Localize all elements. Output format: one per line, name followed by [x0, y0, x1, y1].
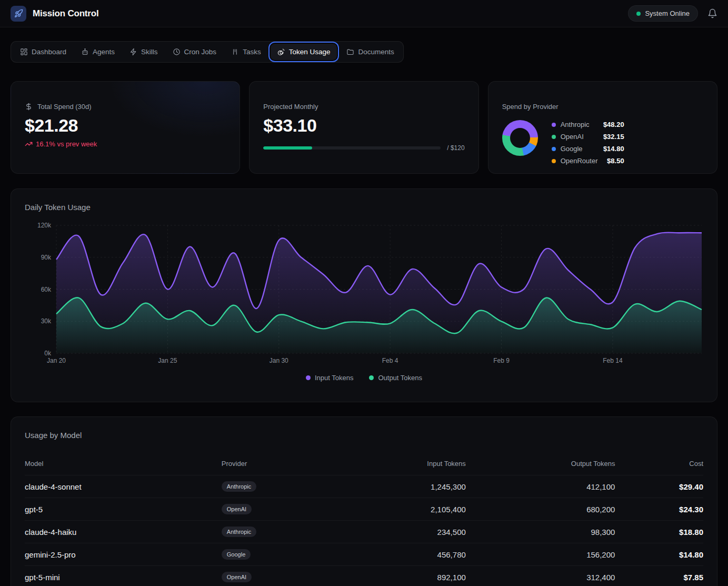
total-spend-value: $21.28: [25, 115, 226, 136]
tab-tasks[interactable]: Tasks: [224, 44, 268, 60]
provider-donut-chart: [502, 120, 538, 156]
svg-text:Feb 14: Feb 14: [603, 357, 623, 363]
model-cell: gpt-5-mini: [25, 566, 222, 586]
bars-icon: [231, 48, 239, 56]
page-title: Mission Control: [33, 8, 98, 19]
legend-label: Output Tokens: [378, 374, 422, 382]
svg-text:30k: 30k: [41, 317, 52, 325]
legend-item-output-tokens: Output Tokens: [369, 374, 422, 382]
bot-icon: [81, 48, 89, 56]
provider-cell: Google: [222, 543, 364, 566]
chart-title: Daily Token Usage: [25, 203, 703, 212]
provider-legend-item-openai: OpenAI$32.15: [552, 133, 624, 141]
status-label: System Online: [645, 9, 690, 17]
provider-legend-item-openrouter: OpenRouter$8.50: [552, 157, 624, 165]
svg-text:Jan 25: Jan 25: [158, 357, 177, 363]
model-cell: gemini-2.5-pro: [25, 543, 222, 566]
trending-up-icon: [25, 140, 33, 148]
input-tokens-cell: 234,500: [364, 521, 465, 543]
provider-legend: Anthropic$48.20OpenAI$32.15Google$14.80O…: [552, 120, 624, 165]
usage-by-model-card: Usage by Model ModelProviderInput Tokens…: [11, 416, 717, 586]
tab-label: Agents: [93, 48, 115, 56]
input-tokens-cell: 456,780: [364, 543, 465, 566]
output-tokens-cell: 680,200: [466, 498, 615, 521]
budget-progress-bar: [263, 146, 441, 150]
output-tokens-cell: 98,300: [466, 521, 615, 543]
tab-label: Documents: [358, 48, 394, 56]
column-header-cost: Cost: [615, 454, 703, 475]
legend-dot: [552, 147, 556, 151]
provider-name: OpenRouter: [561, 157, 607, 165]
provider-name: OpenAI: [561, 133, 603, 141]
projected-label: Projected Monthly: [263, 103, 318, 111]
tab-cron-jobs[interactable]: Cron Jobs: [166, 44, 224, 60]
provider-cell: OpenAI: [222, 498, 364, 521]
tab-agents[interactable]: Agents: [74, 44, 122, 60]
spend-by-provider-card: Spend by Provider Anthropic$48.20OpenAI$…: [488, 81, 717, 174]
tab-label: Cron Jobs: [184, 48, 217, 56]
usage-table: ModelProviderInput TokensOutput TokensCo…: [25, 454, 703, 586]
token-usage-chart: 0k30k60k90k120kJan 20Jan 25Jan 30Feb 4Fe…: [25, 220, 703, 365]
provider-name: Anthropic: [561, 121, 603, 128]
notifications-button[interactable]: [707, 8, 717, 18]
provider-badge: Google: [222, 549, 251, 560]
status-dot: [636, 12, 641, 16]
tab-documents[interactable]: Documents: [340, 44, 401, 60]
svg-text:Feb 9: Feb 9: [493, 357, 510, 363]
table-row-claude-4-haiku: claude-4-haikuAnthropic234,50098,300$18.…: [25, 521, 703, 543]
provider-badge: OpenAI: [222, 504, 252, 514]
coins-icon: [277, 48, 285, 56]
svg-text:Jan 20: Jan 20: [47, 357, 66, 363]
tab-skills[interactable]: Skills: [123, 44, 165, 60]
total-spend-card: Total Spend (30d) $21.28 16.1% vs prev w…: [11, 81, 240, 174]
svg-text:0k: 0k: [44, 350, 52, 357]
provider-value: $32.15: [603, 133, 624, 141]
column-header-input-tokens: Input Tokens: [364, 454, 465, 475]
input-tokens-cell: 892,100: [364, 566, 465, 586]
provider-value: $14.80: [603, 145, 624, 153]
input-tokens-cell: 2,105,400: [364, 498, 465, 521]
provider-value: $48.20: [603, 121, 624, 128]
output-tokens-cell: 312,400: [466, 566, 615, 586]
table-row-gpt-5: gpt-5OpenAI2,105,400680,200$24.30: [25, 498, 703, 521]
model-cell: claude-4-sonnet: [25, 475, 222, 498]
budget-progress-fill: [263, 146, 312, 150]
svg-text:60k: 60k: [41, 286, 52, 293]
column-header-provider: Provider: [222, 454, 364, 475]
cost-cell: $24.30: [615, 498, 703, 521]
tab-dashboard[interactable]: Dashboard: [13, 44, 73, 60]
model-cell: gpt-5: [25, 498, 222, 521]
provider-legend-item-google: Google$14.80: [552, 145, 624, 153]
cost-cell: $14.80: [615, 543, 703, 566]
svg-text:Jan 30: Jan 30: [270, 357, 288, 363]
table-row-gemini-2-5-pro: gemini-2.5-proGoogle456,780156,200$14.80: [25, 543, 703, 566]
grid-icon: [20, 48, 28, 56]
daily-token-usage-card: Daily Token Usage 0k30k60k90k120kJan 20J…: [11, 188, 717, 402]
output-tokens-cell: 412,100: [466, 475, 615, 498]
legend-dot: [552, 135, 556, 139]
rocket-icon: [14, 9, 23, 18]
tab-label: Token Usage: [289, 48, 331, 56]
input-tokens-cell: 1,245,300: [364, 475, 465, 498]
legend-dot: [552, 159, 556, 163]
tab-label: Tasks: [243, 48, 261, 56]
legend-item-input-tokens: Input Tokens: [306, 374, 353, 382]
column-header-output-tokens: Output Tokens: [466, 454, 615, 475]
projected-monthly-card: Projected Monthly $33.10 / $120: [249, 81, 478, 174]
main-nav: DashboardAgentsSkillsCron JobsTasksToken…: [11, 41, 404, 63]
provider-badge: Anthropic: [222, 527, 256, 537]
providers-label: Spend by Provider: [502, 103, 559, 111]
tab-label: Skills: [141, 48, 158, 56]
legend-label: Input Tokens: [315, 374, 353, 382]
provider-badge: Anthropic: [222, 481, 256, 492]
tab-token-usage[interactable]: Token Usage: [271, 44, 337, 60]
table-header-row: ModelProviderInput TokensOutput TokensCo…: [25, 454, 703, 475]
provider-cell: Anthropic: [222, 475, 364, 498]
cost-cell: $29.40: [615, 475, 703, 498]
budget-cap-label: / $120: [447, 144, 464, 152]
provider-legend-item-anthropic: Anthropic$48.20: [552, 121, 624, 128]
tab-label: Dashboard: [32, 48, 66, 56]
provider-value: $8.50: [607, 157, 624, 165]
chart-legend: Input TokensOutput Tokens: [25, 374, 703, 382]
cost-cell: $18.80: [615, 521, 703, 543]
